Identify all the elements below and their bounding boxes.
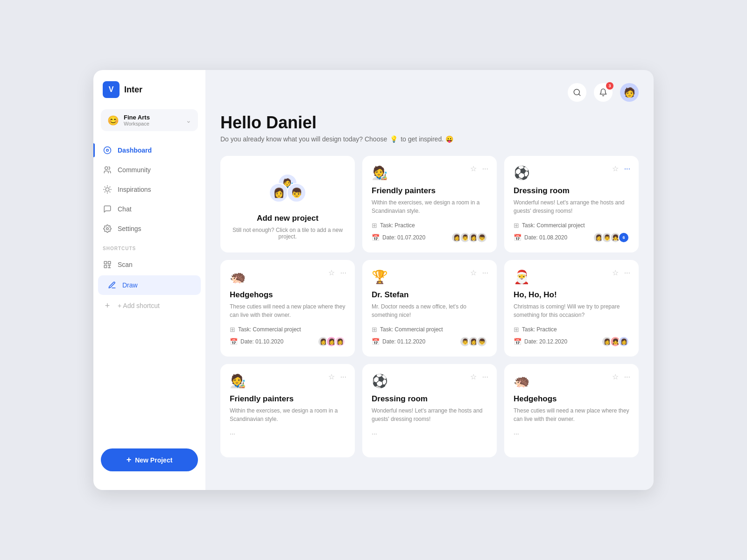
- card-title: Hedgehogs: [514, 394, 629, 404]
- main-content: 3 🧑 Hello Daniel Do you already know wha…: [205, 70, 654, 490]
- shortcuts-label: SHORTCUTS: [93, 238, 205, 255]
- avatar: 👩: [334, 336, 345, 347]
- star-button[interactable]: ☆: [469, 371, 478, 382]
- more-menu-button[interactable]: ···: [481, 164, 489, 174]
- project-card[interactable]: ☆ ··· 🏆 Dr. Stefan Mr. Doctor needs a ne…: [362, 260, 497, 357]
- card-title: Dressing room: [514, 186, 629, 196]
- sidebar-item-label: Scan: [118, 261, 133, 268]
- svg-line-7: [110, 192, 110, 192]
- svg-line-20: [578, 94, 580, 95]
- project-card[interactable]: ☆ ··· ⚽ Dressing room Wonderful news! Le…: [504, 156, 639, 252]
- more-menu-button[interactable]: ···: [339, 372, 347, 382]
- card-title: Dr. Stefan: [372, 290, 487, 300]
- card-meta: ···: [230, 430, 345, 437]
- sidebar-item-scan[interactable]: Scan: [93, 255, 205, 274]
- star-button[interactable]: ☆: [611, 371, 620, 382]
- card-description: These cuties will need a new place where…: [514, 406, 629, 423]
- card-meta: ⊞ Task: Practice 📅 Date: 20.12.2020 👩 👧: [514, 326, 629, 347]
- more-menu-button[interactable]: ···: [623, 164, 631, 174]
- more-menu-button[interactable]: ···: [623, 268, 631, 278]
- sidebar-item-settings[interactable]: Settings: [93, 219, 205, 238]
- sidebar-item-dashboard[interactable]: Dashboard: [93, 140, 205, 160]
- header-actions: 3 🧑: [568, 83, 639, 102]
- card-date: Date: 01.10.2020: [240, 338, 283, 345]
- star-button[interactable]: ☆: [327, 371, 336, 382]
- star-button[interactable]: ☆: [469, 267, 478, 278]
- card-description: Wonderful news! Let's arrange the hosts …: [514, 198, 629, 215]
- svg-point-12: [106, 228, 109, 230]
- card-task: Task: Practice: [522, 326, 557, 333]
- sidebar-item-community[interactable]: Community: [93, 160, 205, 180]
- settings-icon: [103, 224, 112, 233]
- card-task: Task: Commercial project: [380, 326, 443, 333]
- workspace-sub: Workspace: [124, 121, 181, 126]
- sidebar-item-label: Chat: [118, 205, 132, 213]
- avatar: 👦: [476, 336, 487, 347]
- project-card[interactable]: ☆ ··· ⚽ Dressing room Wonderful news! Le…: [362, 364, 497, 457]
- more-menu-button[interactable]: ···: [623, 372, 631, 382]
- page-title: Hello Daniel: [220, 113, 639, 133]
- star-button[interactable]: ☆: [327, 267, 336, 278]
- avatar: 👩: [269, 183, 289, 203]
- draw-icon: [107, 280, 117, 290]
- search-button[interactable]: [568, 83, 586, 102]
- card-title: Ho, Ho, Ho!: [514, 290, 629, 300]
- workspace-emoji: 😊: [107, 115, 119, 126]
- project-card[interactable]: ☆ ··· 🎅 Ho, Ho, Ho! Christmas is coming!…: [504, 260, 639, 357]
- date-icon: 📅: [230, 338, 238, 345]
- add-project-card[interactable]: 🧑‍🎨 👩 👦 Add new project Still not enough…: [220, 156, 355, 252]
- workspace-name: Fine Arts: [124, 114, 181, 121]
- more-menu-button[interactable]: ···: [339, 268, 347, 278]
- add-shortcut-button[interactable]: + + Add shortcut: [93, 296, 205, 315]
- star-button[interactable]: ☆: [611, 163, 620, 174]
- card-title: Friendly painters: [372, 186, 487, 196]
- projects-grid: 🧑‍🎨 👩 👦 Add new project Still not enough…: [220, 156, 639, 457]
- card-meta: ⊞ Task: Commercial project 📅 Date: 01.12…: [372, 326, 487, 347]
- project-card[interactable]: ☆ ··· 🧑‍🎨 Friendly painters Within the e…: [220, 364, 355, 457]
- community-icon: [103, 165, 112, 175]
- more-menu-button[interactable]: ···: [481, 268, 489, 278]
- chevron-down-icon: ⌄: [186, 117, 191, 124]
- inspirations-icon: [103, 185, 112, 194]
- user-avatar[interactable]: 🧑: [620, 83, 639, 102]
- sidebar-item-label: Draw: [122, 281, 138, 289]
- sidebar-item-inspirations[interactable]: Inspirations: [93, 180, 205, 199]
- workspace-selector[interactable]: 😊 Fine Arts Workspace ⌄: [101, 109, 198, 131]
- avatar: 👦: [476, 232, 487, 243]
- card-description: Mr. Doctor needs a new office, let's do …: [372, 302, 487, 319]
- svg-point-2: [105, 167, 108, 169]
- avatar: 👦: [287, 183, 306, 203]
- page-subtitle: Do you already know what you will design…: [220, 135, 639, 143]
- card-description: Wonderful news! Let's arrange the hosts …: [372, 406, 487, 423]
- card-meta: ···: [514, 430, 629, 437]
- card-description: Within the exercises, we design a room i…: [230, 406, 345, 423]
- svg-point-3: [106, 188, 109, 191]
- sidebar-item-label: Inspirations: [118, 186, 151, 193]
- sidebar-item-draw[interactable]: Draw: [98, 275, 201, 295]
- notifications-button[interactable]: 3: [594, 83, 613, 102]
- card-title: Friendly painters: [230, 394, 345, 404]
- project-card[interactable]: ☆ ··· 🦔 Hedgehogs These cuties will need…: [504, 364, 639, 457]
- dashboard-icon: [103, 146, 112, 155]
- project-card[interactable]: ☆ ··· 🦔 Hedgehogs These cuties will need…: [220, 260, 355, 357]
- inspire-icon[interactable]: 💡: [390, 135, 398, 143]
- task-icon: ⊞: [372, 222, 377, 229]
- card-avatars: 👩 👨 👧 6: [593, 232, 629, 243]
- task-icon: ⊞: [372, 326, 377, 333]
- more-menu-button[interactable]: ···: [481, 372, 489, 382]
- main-nav: Dashboard Community Inspirations Chat: [93, 140, 205, 238]
- card-avatars: 👨 👩 👦: [459, 336, 487, 347]
- task-icon: ⊞: [514, 326, 519, 333]
- sidebar-item-chat[interactable]: Chat: [93, 199, 205, 219]
- card-task: Task: Commercial project: [238, 326, 301, 333]
- new-project-label: New Project: [135, 456, 172, 464]
- app-logo: V Inter: [93, 81, 205, 109]
- plus-icon: +: [103, 301, 112, 310]
- star-button[interactable]: ☆: [469, 163, 478, 174]
- card-avatars: 👩 👨 👩 👦: [451, 232, 487, 243]
- new-project-button[interactable]: + New Project: [101, 448, 198, 471]
- card-description: These cuties will need a new place where…: [230, 302, 345, 319]
- project-card[interactable]: ☆ ··· 🧑‍🎨 Friendly painters Within the e…: [362, 156, 497, 252]
- chat-icon: [103, 204, 112, 214]
- star-button[interactable]: ☆: [611, 267, 620, 278]
